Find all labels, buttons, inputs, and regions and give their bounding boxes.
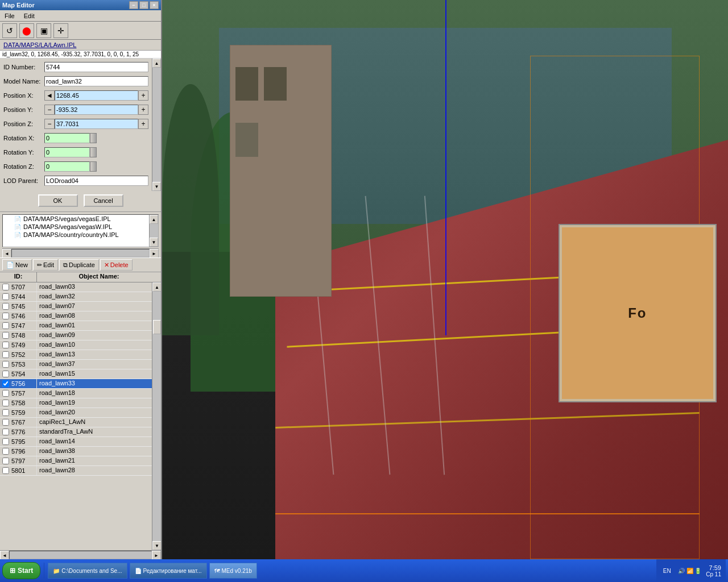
table-scrollbar[interactable]: ▲ ▼: [152, 282, 161, 550]
new-button[interactable]: 📄 New: [2, 259, 32, 271]
table-row[interactable]: 5747 road_lawn01: [0, 321, 152, 331]
posx-plus-button[interactable]: +: [138, 90, 148, 101]
table-scroll-down[interactable]: ▼: [152, 541, 161, 550]
row-checkbox[interactable]: [2, 448, 9, 455]
table-row[interactable]: 5749 road_lawn10: [0, 340, 152, 350]
taskbar-item-1[interactable]: 📄 Редактирование мат...: [130, 563, 207, 579]
row-checkbox[interactable]: [2, 380, 9, 387]
row-checkbox[interactable]: [2, 361, 9, 368]
rotz-slider[interactable]: [90, 161, 97, 172]
record-button[interactable]: ⬤: [19, 23, 34, 38]
file-path[interactable]: DATA/MAPS/LA/LAwn.IPL: [0, 40, 161, 51]
table-row[interactable]: 5748 road_lawn09: [0, 331, 152, 340]
row-checkbox[interactable]: [2, 322, 9, 329]
edit-button[interactable]: ✏ Edit: [33, 259, 58, 271]
model-input[interactable]: road_lawn32: [44, 76, 148, 86]
start-button[interactable]: ⊞ Start: [2, 562, 40, 579]
taskbar-item-2[interactable]: 🗺 MEd v0.21b: [209, 563, 257, 579]
row-checkbox[interactable]: [2, 342, 9, 348]
posx-minus-button[interactable]: ◄: [44, 90, 55, 101]
table-row[interactable]: 5753 road_lawn37: [0, 360, 152, 369]
file-list-item[interactable]: 📄 DATA/MAPS/vegas/vegasE.IPL: [3, 215, 149, 223]
close-button[interactable]: ×: [150, 1, 159, 9]
row-checkbox[interactable]: [2, 332, 9, 339]
rotz-input[interactable]: [44, 161, 90, 172]
table-row[interactable]: 5754 road_lawn15: [0, 369, 152, 379]
table-row[interactable]: 5756 road_lawn33: [0, 379, 152, 389]
form-scrollbar[interactable]: ▲ ▼: [152, 59, 161, 191]
row-checkbox[interactable]: [2, 390, 9, 397]
cancel-button[interactable]: Cancel: [84, 194, 123, 207]
posy-input[interactable]: [55, 105, 138, 115]
toolbar: ↺ ⬤ ▣ ✛: [0, 22, 161, 40]
table-row[interactable]: 5796 road_lawn38: [0, 447, 152, 456]
save-button[interactable]: ▣: [36, 23, 51, 38]
posz-minus-button[interactable]: −: [44, 119, 55, 129]
hscroll-left-arrow[interactable]: ◄: [2, 249, 11, 258]
table-hscrollbar[interactable]: ◄ ►: [0, 550, 161, 559]
file-list-item[interactable]: 📄 DATA/MAPS/country/countryN.IPL: [3, 231, 149, 239]
row-checkbox[interactable]: [2, 293, 9, 300]
table-row[interactable]: 5707 road_lawn03: [0, 282, 152, 292]
table-row[interactable]: 5746 road_lawn08: [0, 311, 152, 321]
rotx-slider[interactable]: [90, 133, 97, 143]
filelist-scroll-up[interactable]: ▲: [150, 215, 158, 224]
posz-plus-button[interactable]: +: [138, 119, 148, 129]
taskbar-item-0[interactable]: 📁 C:\Documents and Se...: [48, 563, 127, 579]
table-row[interactable]: 5801 road_lawn28: [0, 466, 152, 476]
scrollbar-up-arrow[interactable]: ▲: [152, 59, 161, 68]
row-checkbox[interactable]: [2, 409, 9, 416]
filelist-scrollbar[interactable]: ▲ ▼: [149, 215, 158, 247]
table-scroll-up[interactable]: ▲: [152, 282, 161, 292]
ok-button[interactable]: OK: [38, 194, 78, 207]
posy-minus-button[interactable]: −: [44, 105, 55, 115]
filelist-scroll-down[interactable]: ▼: [150, 238, 158, 247]
table-row[interactable]: 5759 road_lawn20: [0, 408, 152, 418]
table-hscroll-right[interactable]: ►: [152, 551, 161, 559]
posx-input[interactable]: [55, 90, 138, 101]
row-checkbox[interactable]: [2, 429, 9, 435]
edit-menu[interactable]: Edit: [22, 12, 37, 20]
row-checkbox[interactable]: [2, 313, 9, 319]
table-hscroll-left[interactable]: ◄: [0, 551, 9, 559]
table-row[interactable]: 5745 road_lawn07: [0, 302, 152, 311]
posz-input[interactable]: [55, 119, 138, 129]
scrollbar-down-arrow[interactable]: ▼: [152, 182, 161, 191]
file-menu[interactable]: File: [2, 12, 17, 20]
table-row[interactable]: 5752 road_lawn13: [0, 350, 152, 360]
move-button[interactable]: ✛: [53, 23, 68, 38]
minimize-button[interactable]: −: [129, 1, 138, 9]
delete-button[interactable]: ✕ Delete: [100, 259, 133, 271]
id-input[interactable]: 5744: [44, 62, 148, 72]
file-list-item[interactable]: 📄 DATA/MAPS/vegas/vegasW.IPL: [3, 223, 149, 231]
row-checkbox[interactable]: [2, 400, 9, 406]
rotx-input[interactable]: [44, 133, 90, 143]
posy-plus-button[interactable]: +: [138, 105, 148, 115]
maximize-button[interactable]: □: [139, 1, 148, 9]
row-name: road_lawn21: [37, 456, 152, 465]
table-row[interactable]: 5776 standardTra_LAwN: [0, 427, 152, 437]
table-scroll-thumb[interactable]: [153, 320, 161, 334]
row-checkbox[interactable]: [2, 284, 9, 290]
table-row[interactable]: 5758 road_lawn19: [0, 398, 152, 408]
table-row[interactable]: 5795 road_lawn14: [0, 437, 152, 447]
duplicate-button[interactable]: ⧉ Duplicate: [59, 259, 99, 271]
row-checkbox[interactable]: [2, 438, 9, 445]
lod-input[interactable]: [44, 176, 148, 186]
hscroll-right-arrow[interactable]: ►: [150, 249, 159, 258]
row-checkbox[interactable]: [2, 467, 9, 474]
roty-slider[interactable]: [90, 147, 97, 157]
table-row[interactable]: 5744 road_lawn32: [0, 292, 152, 302]
table-row[interactable]: 5757 road_lawn18: [0, 389, 152, 398]
3d-viewport[interactable]: Fo: [162, 0, 728, 559]
row-checkbox[interactable]: [2, 303, 9, 310]
table-row[interactable]: 5767 capiRec1_LAwN: [0, 418, 152, 427]
filelist-hscrollbar[interactable]: ◄ ►: [2, 248, 159, 257]
row-checkbox[interactable]: [2, 419, 9, 426]
undo-button[interactable]: ↺: [2, 23, 17, 38]
row-checkbox[interactable]: [2, 371, 9, 377]
roty-input[interactable]: [44, 147, 90, 157]
row-checkbox[interactable]: [2, 351, 9, 358]
row-checkbox[interactable]: [2, 458, 9, 464]
table-row[interactable]: 5797 road_lawn21: [0, 456, 152, 466]
